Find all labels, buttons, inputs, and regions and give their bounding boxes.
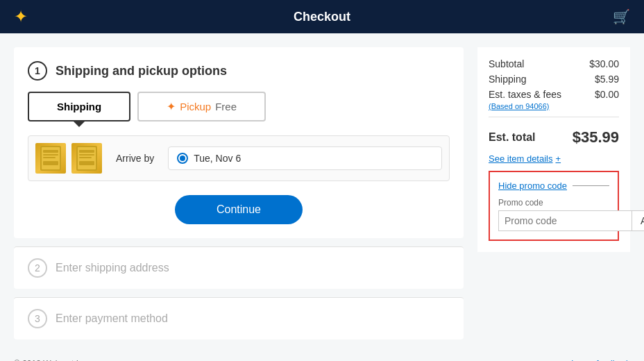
- promo-dash: [573, 185, 609, 186]
- svg-rect-5: [43, 161, 58, 165]
- pickup-button[interactable]: ✦ Pickup Free: [137, 92, 266, 121]
- see-item-details[interactable]: See item details +: [489, 153, 619, 164]
- svg-rect-4: [43, 157, 56, 158]
- step-1-section: 1 Shipping and pickup options Shipping ✦…: [14, 47, 464, 238]
- taxes-label: Est. taxes & fees (Based on 94066): [489, 89, 561, 111]
- apply-promo-button[interactable]: Apply: [632, 210, 644, 231]
- promo-code-box: Hide promo code Promo code Apply: [489, 171, 619, 241]
- shipping-label: Shipping: [489, 74, 527, 85]
- taxes-note[interactable]: (Based on 94066): [489, 102, 549, 110]
- step-1-title: Shipping and pickup options: [56, 64, 227, 78]
- cart-icon[interactable]: 🛒: [613, 8, 630, 25]
- divider: [489, 117, 619, 117]
- promo-code-input[interactable]: [498, 210, 632, 231]
- delivery-date: Tue, Nov 6: [194, 153, 241, 164]
- step-3-title: Enter payment method: [56, 312, 168, 325]
- radio-dot: [180, 156, 185, 161]
- product-image-2: [76, 146, 97, 171]
- pickup-spark-icon: ✦: [167, 100, 176, 113]
- total-label: Est. total: [489, 131, 536, 144]
- svg-rect-8: [79, 150, 94, 153]
- step-2-title: Enter shipping address: [56, 262, 169, 274]
- total-row: Est. total $35.99: [489, 124, 619, 146]
- main-layout: 1 Shipping and pickup options Shipping ✦…: [0, 33, 644, 348]
- footer: © 2018 Walmart Inc. Leave feedback: [0, 348, 644, 361]
- svg-rect-11: [79, 161, 94, 165]
- shipping-value: $5.99: [595, 74, 619, 85]
- date-option[interactable]: Tue, Nov 6: [168, 146, 442, 170]
- svg-rect-3: [43, 154, 58, 156]
- step-1-circle: 1: [28, 61, 47, 81]
- right-sidebar: Subtotal $30.00 Shipping $5.99 Est. taxe…: [477, 47, 630, 348]
- promo-toggle-row: Hide promo code: [498, 180, 609, 191]
- step-3-circle: 3: [28, 309, 47, 328]
- product-thumb-1: [35, 143, 66, 174]
- product-thumb-2: [71, 143, 102, 174]
- header: ✦ Checkout 🛒: [0, 0, 644, 33]
- page-title: Checkout: [294, 10, 350, 24]
- product-image-1: [40, 146, 61, 171]
- taxes-value: $0.00: [595, 89, 619, 111]
- shipping-row: Shipping $5.99: [489, 74, 619, 85]
- taxes-row: Est. taxes & fees (Based on 94066) $0.00: [489, 89, 619, 111]
- promo-input-label: Promo code: [498, 198, 609, 208]
- step-3-header: 3 Enter payment method: [28, 309, 450, 328]
- step-1-header: 1 Shipping and pickup options: [28, 61, 450, 81]
- plus-icon: +: [556, 153, 561, 164]
- svg-rect-9: [79, 154, 94, 156]
- left-content: 1 Shipping and pickup options Shipping ✦…: [14, 47, 464, 348]
- delivery-row: Arrive by Tue, Nov 6: [28, 135, 450, 181]
- shipping-button[interactable]: Shipping: [28, 92, 130, 121]
- shipping-toggle: Shipping ✦ Pickup Free: [28, 92, 450, 121]
- step-2-section: 2 Enter shipping address: [14, 246, 464, 289]
- pickup-free-label: Free: [215, 101, 237, 112]
- svg-rect-2: [43, 150, 58, 153]
- subtotal-value: $30.00: [589, 58, 619, 69]
- hide-promo-button[interactable]: Hide promo code: [498, 180, 567, 191]
- walmart-spark-icon: ✦: [14, 7, 28, 26]
- step-2-circle: 2: [28, 258, 47, 278]
- arrive-by-label: Arrive by: [116, 153, 154, 164]
- radio-selected-icon: [177, 153, 188, 164]
- summary-box: Subtotal $30.00 Shipping $5.99 Est. taxe…: [477, 47, 630, 252]
- step-2-header: 2 Enter shipping address: [28, 258, 450, 278]
- subtotal-label: Subtotal: [489, 58, 524, 69]
- continue-button[interactable]: Continue: [175, 195, 303, 224]
- step-3-section: 3 Enter payment method: [14, 297, 464, 339]
- product-thumbnails: [35, 143, 102, 174]
- subtotal-row: Subtotal $30.00: [489, 58, 619, 69]
- svg-rect-10: [79, 157, 92, 158]
- total-value: $35.99: [573, 128, 619, 146]
- promo-input-row: Apply: [498, 210, 609, 231]
- continue-btn-wrap: Continue: [28, 195, 450, 224]
